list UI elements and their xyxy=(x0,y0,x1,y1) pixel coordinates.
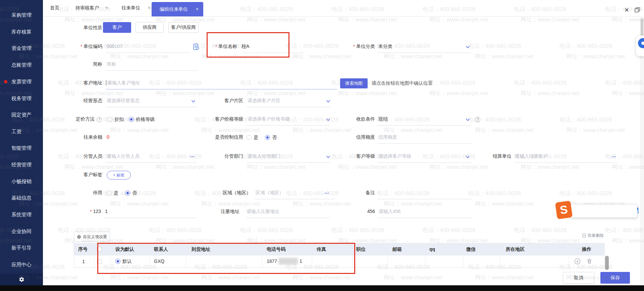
remark-input[interactable] xyxy=(377,188,472,199)
table-scrollbar-thumb[interactable] xyxy=(605,256,609,270)
sidebar-item-assets[interactable]: 固定资产 xyxy=(11,112,32,118)
batch-delete-button[interactable]: 批量删除 xyxy=(582,233,604,238)
payment-terms-value[interactable]: 现结 xyxy=(378,116,388,122)
tab-edit-partner-close-icon[interactable]: × xyxy=(196,6,199,12)
nature-customer-button[interactable]: 客户 xyxy=(103,22,131,33)
chevron-down-icon[interactable] xyxy=(191,100,196,103)
pricing-level-option[interactable]: 价格等级 xyxy=(136,117,155,123)
customer-level-select[interactable]: 请选择客户等级 xyxy=(378,153,411,159)
contacts-table xyxy=(74,243,605,268)
unit-code-value[interactable]: 000107 xyxy=(107,44,122,49)
tab-pending-clients[interactable]: 待审核客户 xyxy=(75,5,99,11)
business-form-select[interactable]: 请选择经营形态 xyxy=(107,98,140,104)
unit-category-value[interactable]: 未分类 xyxy=(378,44,392,50)
sidebar-item-collab[interactable]: 企业协同 xyxy=(11,228,32,235)
sidebar-item-ledger[interactable]: 总账管理 xyxy=(11,62,32,68)
floating-widget-icon[interactable] xyxy=(638,38,644,48)
sidebar-item-invoice[interactable]: 发票管理 xyxy=(11,79,32,85)
manager-input[interactable]: 请输入分管人员 xyxy=(107,153,140,159)
col-fax: 传真 xyxy=(317,246,326,252)
customer-address-input[interactable]: 请输入客户地址 xyxy=(107,80,140,86)
sidebar-item-system[interactable]: 系统管理 xyxy=(11,212,32,218)
row-default-radio[interactable] xyxy=(115,259,120,264)
row-phone-prefix[interactable]: 1877 xyxy=(267,259,277,264)
customer-tag-label: 客户标签 xyxy=(84,172,102,178)
price-level-select[interactable]: 请选择客户价格等级 xyxy=(248,116,290,122)
add-row-icon[interactable] xyxy=(574,258,581,265)
pricing-discount-radio[interactable] xyxy=(107,117,112,122)
map-hint-text: 请点击按钮在地图中确认位置 xyxy=(372,80,433,86)
sidebar-item-inventory[interactable]: 库存核算 xyxy=(11,29,32,35)
chevron-down-icon[interactable] xyxy=(326,155,330,158)
tab-bar: 首页 待审核客户 × 往来单位 × 编辑往来单位 × xyxy=(43,0,644,17)
credit-yes-option[interactable]: 是 xyxy=(254,135,258,141)
customer-region-select[interactable]: 请选择客户片区 xyxy=(248,98,280,104)
nature-supplier-button[interactable]: 供应商 xyxy=(136,22,164,33)
phone-redaction-blur xyxy=(278,258,298,265)
tab-edit-partner[interactable]: 编辑往来单位 × xyxy=(152,2,203,16)
row-contact-value[interactable]: GXQ xyxy=(154,259,164,264)
area-input[interactable]: 区域（地区） xyxy=(256,190,284,196)
header-checkbox[interactable] xyxy=(97,247,102,251)
disable-no-radio[interactable] xyxy=(125,191,130,196)
credit-no-radio[interactable] xyxy=(265,135,270,140)
settlement-more-icon[interactable]: … xyxy=(611,152,616,158)
sidebar-item-purchase[interactable]: 采购管理 xyxy=(11,12,32,18)
custom-field-123-value[interactable]: 1 xyxy=(105,209,108,214)
row-phone-suffix[interactable]: 1 xyxy=(300,259,302,264)
sidebar-item-basicinfo[interactable]: 基础信息 xyxy=(11,195,32,201)
restore-window-icon[interactable] xyxy=(635,7,640,13)
credit-limit-input[interactable]: 信用额度 xyxy=(378,134,397,140)
tab-home[interactable]: 首页 xyxy=(50,5,59,11)
settings-gear-icon[interactable] xyxy=(19,277,24,282)
chevron-down-icon[interactable] xyxy=(326,100,330,103)
department-input[interactable]: 请输入分管部门 xyxy=(248,153,280,159)
settlement-unit-input[interactable]: 请输入结算客户 xyxy=(515,153,548,159)
sidebar-item-smart[interactable]: 智能管理 xyxy=(11,145,32,151)
chevron-down-icon[interactable] xyxy=(326,118,330,121)
unit-name-value[interactable]: 桂A xyxy=(241,44,249,50)
area-more-icon[interactable]: … xyxy=(324,189,329,195)
row-checkbox[interactable] xyxy=(97,259,102,264)
sidebar-item-guide[interactable]: 新手引导 xyxy=(11,245,32,251)
add-tag-button[interactable]: + 标签 xyxy=(107,171,131,179)
credit-yes-radio[interactable] xyxy=(247,135,252,140)
short-name-input[interactable]: 简称 xyxy=(107,61,116,67)
tab-partners-close-icon[interactable]: × xyxy=(148,5,150,10)
payment-terms-help-icon[interactable]: ? xyxy=(475,117,480,122)
sogou-logo-icon[interactable]: S xyxy=(555,201,573,219)
pricing-help-icon[interactable]: ? xyxy=(97,117,102,122)
custom-field-456-input[interactable]: 请输入456 xyxy=(379,209,400,215)
custom-fields-button[interactable]: 自定义项设置 xyxy=(74,232,110,242)
disable-no-option[interactable]: 否 xyxy=(132,190,137,196)
sidebar-item-funds[interactable]: 资金管理 xyxy=(11,45,32,52)
unit-nature-label: 单位性质 xyxy=(84,25,102,31)
row-default-label[interactable]: 默认 xyxy=(122,259,132,265)
close-icon[interactable]: × xyxy=(625,6,629,14)
delete-row-icon[interactable] xyxy=(586,258,592,264)
registered-address-input[interactable]: 请输入注册地址 xyxy=(247,209,279,215)
chevron-down-icon[interactable] xyxy=(466,118,470,121)
pricing-discount-option[interactable]: 折扣 xyxy=(114,117,124,123)
sidebar-item-tax[interactable]: 税务管理 xyxy=(11,95,32,102)
floating-widget[interactable] xyxy=(636,35,644,56)
sidebar-item-operation[interactable]: 经营管理 xyxy=(11,162,32,168)
disable-yes-option[interactable]: 是 xyxy=(114,190,118,196)
manager-more-icon[interactable]: … xyxy=(190,152,195,158)
tab-partners[interactable]: 往来单位 xyxy=(121,5,140,11)
sidebar-item-appcenter[interactable]: 应用中心 xyxy=(11,262,32,268)
pricing-level-radio[interactable] xyxy=(129,117,134,122)
credit-no-option[interactable]: 否 xyxy=(272,135,277,141)
chevron-down-icon[interactable] xyxy=(466,46,470,49)
manager-label: 分管人员 xyxy=(84,153,102,159)
chevron-down-icon[interactable] xyxy=(466,155,470,158)
nature-both-button[interactable]: 客户/供应商 xyxy=(168,22,199,33)
sidebar-item-expense[interactable]: 小畅报销 xyxy=(11,178,32,185)
save-button[interactable]: 保存 xyxy=(600,272,630,284)
disable-yes-radio[interactable] xyxy=(107,191,112,196)
search-map-button[interactable]: 搜索地图 xyxy=(340,78,368,88)
code-rule-icon[interactable] xyxy=(193,43,200,50)
tab-pending-clients-close-icon[interactable]: × xyxy=(105,5,108,10)
cancel-button[interactable]: 取消 xyxy=(563,272,594,284)
sidebar-item-salary[interactable]: 工资 xyxy=(11,129,21,135)
